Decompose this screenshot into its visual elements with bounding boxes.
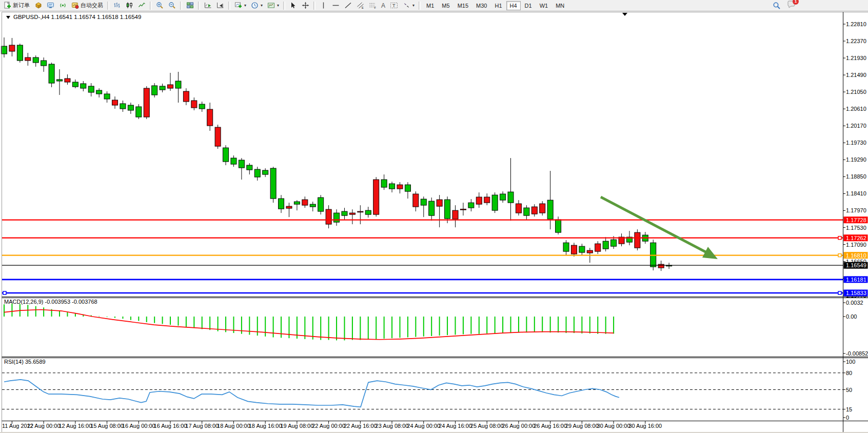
text-button[interactable]: A: [379, 1, 387, 10]
candle-body: [136, 107, 142, 117]
horizontal-line-icon: [332, 2, 340, 9]
new-order-button[interactable]: 新订单: [2, 1, 32, 10]
tile-windows-button[interactable]: [184, 1, 196, 10]
line-handle[interactable]: [838, 237, 841, 240]
bar-chart-icon: [113, 2, 121, 9]
new-order-icon: [4, 2, 11, 9]
vline-button[interactable]: [318, 1, 329, 10]
cursor-button[interactable]: [287, 1, 299, 10]
line-handle[interactable]: [838, 291, 841, 294]
macd-indicator-label: MACD(12,26,9) -0.003953 -0.003768: [4, 299, 97, 305]
chart-shift-button[interactable]: [214, 1, 226, 10]
new-chart-button[interactable]: ▾: [232, 1, 248, 10]
candle-body: [342, 211, 347, 215]
candle-body: [468, 203, 474, 208]
timeframe-button-M5[interactable]: M5: [438, 1, 453, 10]
price-line-label: 1.15833: [846, 290, 866, 296]
toolbar-separator: [150, 2, 152, 10]
candle-body: [531, 207, 537, 214]
line-handle[interactable]: [838, 254, 841, 257]
timeframe-button-M1[interactable]: M1: [423, 1, 438, 10]
candle-body: [17, 45, 23, 61]
bar-chart-button[interactable]: [111, 1, 123, 10]
mt4-window: 新订单 自动交易: [0, 0, 868, 433]
candle-body: [239, 160, 244, 168]
tile-windows-icon: [186, 2, 194, 9]
zoom-in-button[interactable]: [154, 1, 166, 10]
line-chart-icon: [138, 2, 146, 9]
chevron-down-icon: ▾: [412, 3, 415, 8]
timeframe-button-D1[interactable]: D1: [521, 1, 536, 10]
chart-autoscroll-button[interactable]: [202, 1, 214, 10]
template-icon: [267, 2, 275, 9]
candle-body: [429, 201, 435, 215]
notifications-button[interactable]: 1: [787, 1, 796, 11]
candle-chart-button[interactable]: [124, 1, 135, 10]
macd-tick-label: 0.00: [846, 313, 857, 320]
candle-body: [603, 241, 608, 249]
search-button[interactable]: [771, 1, 783, 10]
terminal-button[interactable]: [45, 1, 56, 10]
price-tick-label: 1.18410: [846, 190, 866, 196]
timeframe-button-H4[interactable]: H4: [506, 1, 521, 10]
price-chart-canvas[interactable]: 1.228101.223701.219301.214901.210501.206…: [0, 0, 868, 433]
toolbar-right-group: 1: [771, 1, 796, 11]
time-tick-label: 22 Aug 00:00: [312, 423, 345, 429]
trendline-button[interactable]: [342, 1, 354, 10]
candle-body: [223, 148, 229, 162]
candle-body: [247, 165, 252, 170]
crosshair-button[interactable]: [300, 1, 311, 10]
candle-body: [437, 200, 442, 206]
candle-body: [452, 210, 458, 219]
zoom-out-button[interactable]: [166, 1, 178, 10]
candle-body: [128, 105, 133, 110]
price-tick-label: 1.17970: [846, 207, 866, 213]
symbol-collapse-icon[interactable]: [6, 16, 10, 19]
time-tick-label: 22 Aug 16:00: [344, 423, 377, 429]
time-tick-label: 23 Aug 08:00: [376, 423, 409, 429]
chart-shift-marker[interactable]: [622, 13, 627, 16]
timeframe-button-W1[interactable]: W1: [536, 1, 552, 10]
autotrade-button[interactable]: 自动交易: [69, 1, 105, 10]
notification-badge: 1: [793, 0, 799, 5]
fibonacci-button[interactable]: F: [367, 1, 379, 10]
candle-body: [263, 170, 268, 174]
time-tick-label: 15 Aug 08:00: [90, 423, 124, 429]
rsi-level-label: 15: [846, 406, 852, 412]
timeframe-button-H1[interactable]: H1: [491, 1, 505, 10]
timeframe-button-M15[interactable]: M15: [454, 1, 472, 10]
arrows-button[interactable]: ▾: [401, 1, 417, 10]
timeframe-button-M30[interactable]: M30: [472, 1, 490, 10]
hline-button[interactable]: [330, 1, 342, 10]
period-button[interactable]: ▾: [249, 1, 265, 10]
toolbar-separator: [198, 2, 200, 10]
label-button[interactable]: T: [388, 1, 400, 10]
template-button[interactable]: ▾: [265, 1, 281, 10]
candle-body: [540, 204, 545, 213]
candle-body: [88, 86, 94, 92]
candle-body: [215, 127, 221, 146]
price-line-label: 1.17262: [846, 235, 866, 241]
channel-button[interactable]: E: [354, 1, 366, 10]
toolbar-separator: [419, 2, 421, 10]
candle-body: [199, 104, 205, 109]
candle-body: [460, 209, 466, 210]
cube-button[interactable]: [32, 1, 44, 10]
trend-arrow-head[interactable]: [702, 247, 718, 259]
candle-body: [516, 204, 521, 213]
price-tick-label: 1.21930: [846, 55, 866, 61]
line-chart-button[interactable]: [136, 1, 148, 10]
timeframe-button-MN[interactable]: MN: [552, 1, 568, 10]
signal-button[interactable]: [57, 1, 69, 10]
line-handle[interactable]: [3, 291, 6, 294]
candle-body: [72, 82, 78, 87]
candle-body: [104, 94, 110, 99]
chevron-down-icon: ▾: [244, 3, 246, 8]
candle-body: [334, 213, 340, 222]
candle-body: [33, 57, 38, 63]
candle-body: [658, 264, 664, 268]
rsi-level-label: 50: [846, 387, 852, 393]
rsi-indicator-label: RSI(14) 35.6589: [4, 359, 46, 365]
candle-body: [318, 198, 324, 211]
candle-body: [500, 194, 506, 200]
